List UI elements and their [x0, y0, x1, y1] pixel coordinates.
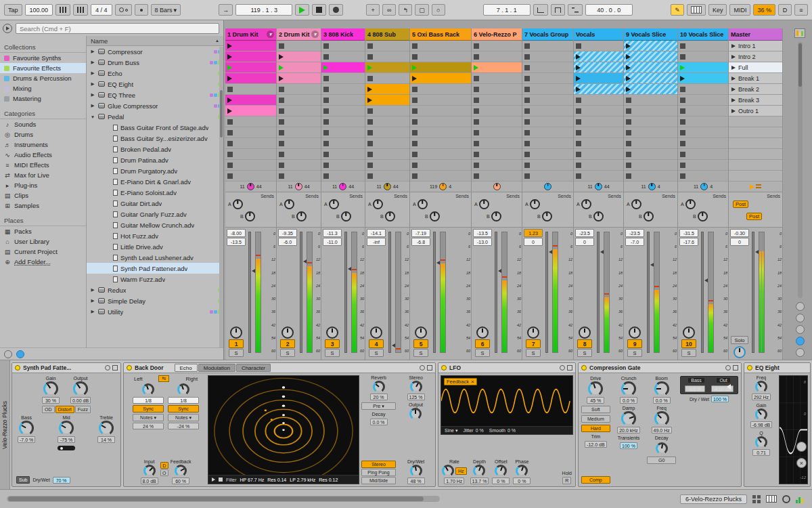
- track-menu-button[interactable]: ▾: [311, 30, 319, 38]
- clip-slot[interactable]: [624, 171, 677, 182]
- solo-button[interactable]: S: [475, 349, 490, 357]
- disclosure-arrow-icon[interactable]: ▶: [90, 309, 95, 314]
- volume-value[interactable]: 0: [524, 238, 543, 246]
- track-header[interactable]: 10 Vocals Slice ▾: [678, 28, 728, 41]
- clip-slot[interactable]: [624, 149, 677, 160]
- boom-knob[interactable]: [654, 381, 669, 396]
- threshold-handle[interactable]: [727, 384, 731, 389]
- clip-slot[interactable]: [321, 95, 365, 106]
- hot-swap-icon[interactable]: [105, 365, 110, 371]
- sidebar-item-category[interactable]: ♬ Instruments: [0, 140, 86, 150]
- knob-value[interactable]: 49.0 Hz: [652, 427, 672, 433]
- pan-knob[interactable]: [247, 183, 254, 190]
- decay-value[interactable]: 0.0 %: [370, 419, 388, 425]
- track-activator-button[interactable]: 2: [280, 339, 295, 348]
- draw-mode-button[interactable]: ✎: [671, 4, 684, 16]
- track-activator-button[interactable]: 10: [681, 339, 696, 348]
- scene-play-icon[interactable]: [731, 44, 736, 48]
- mode-midside-button[interactable]: Mid/Side: [361, 477, 396, 484]
- send-a-knob[interactable]: [329, 199, 339, 209]
- sync-button[interactable]: Sync: [168, 405, 199, 412]
- clip-slot[interactable]: [277, 171, 321, 182]
- damp-knob[interactable]: [621, 411, 636, 426]
- solo-button[interactable]: S: [627, 349, 642, 357]
- delay-time-knob[interactable]: [177, 383, 189, 396]
- master-volume-fader[interactable]: [752, 232, 754, 353]
- track-header[interactable]: 4 808 Sub ▾: [365, 28, 409, 41]
- browser-entry[interactable]: ▼ Pedal: [87, 111, 223, 122]
- clip-slot[interactable]: [472, 138, 522, 149]
- crunch-knob[interactable]: [621, 381, 636, 396]
- scene-slot[interactable]: Break 2: [729, 84, 782, 95]
- send-a-knob[interactable]: [284, 199, 294, 209]
- arrangement-position-display[interactable]: 119 . 1 . 3: [235, 4, 292, 16]
- mode-medium-button[interactable]: Medium: [581, 415, 610, 423]
- empty-scene-slot[interactable]: [729, 149, 782, 160]
- scene-play-icon[interactable]: [731, 66, 736, 70]
- clip-slot[interactable]: [410, 62, 471, 73]
- sidebar-item-category[interactable]: ≡ MIDI Effects: [0, 160, 86, 170]
- clip-slot[interactable]: [277, 138, 321, 149]
- device-header[interactable]: LFO: [438, 363, 575, 373]
- clip-slot[interactable]: [365, 138, 409, 149]
- delay-division-value[interactable]: 1/8: [133, 397, 164, 404]
- browser-entry[interactable]: ▶ Echo: [87, 68, 223, 79]
- offset-value[interactable]: 24 %: [133, 423, 164, 429]
- track-activator-button[interactable]: 9: [627, 339, 642, 348]
- remove-mapping-icon[interactable]: ×: [471, 379, 474, 385]
- send-b-knob[interactable]: [296, 211, 307, 221]
- browser-entry[interactable]: Guitar Dirt.adv: [87, 198, 223, 209]
- send-b-knob[interactable]: [491, 211, 501, 221]
- master-solo-button[interactable]: Solo: [731, 336, 748, 344]
- sidebar-item-category[interactable]: ◎ Drums: [0, 129, 86, 140]
- clip-slot[interactable]: [472, 95, 522, 106]
- send-a-knob[interactable]: [373, 199, 383, 209]
- sidebar-item-collection[interactable]: Drums & Percussion: [0, 73, 86, 83]
- knob-value[interactable]: -6.98 dB: [750, 421, 772, 428]
- eq-knob[interactable]: [755, 436, 767, 448]
- echo-filter-bar[interactable]: Filter HP 67.7 Hz Res 0.14 LP 2.79 kHz R…: [208, 475, 359, 484]
- clip-slot[interactable]: [624, 127, 677, 138]
- knob-value[interactable]: 0.0 %: [653, 397, 671, 404]
- clip-slot[interactable]: [410, 106, 471, 117]
- clip-slot[interactable]: [365, 62, 409, 73]
- close-button[interactable]: ×: [796, 458, 807, 468]
- clip-slot[interactable]: [365, 117, 409, 127]
- solo-button[interactable]: S: [229, 349, 244, 357]
- clip-slot[interactable]: [225, 160, 276, 171]
- clip-slot[interactable]: [678, 41, 728, 51]
- stop-button[interactable]: [312, 4, 326, 16]
- clip-slot[interactable]: [225, 62, 276, 73]
- clip-slot[interactable]: [574, 73, 623, 84]
- scene-play-icon[interactable]: [731, 77, 736, 81]
- clip-slot[interactable]: [277, 51, 321, 62]
- mode-button[interactable]: Fuzz: [75, 406, 91, 413]
- dry-wet-value[interactable]: 100 %: [711, 396, 729, 402]
- clip-slot[interactable]: [277, 160, 321, 171]
- macro-knob[interactable]: [59, 421, 74, 436]
- nudge-up-button[interactable]: [73, 4, 88, 16]
- clip-slot[interactable]: [365, 95, 409, 106]
- follow-button[interactable]: →: [219, 4, 233, 16]
- eq-knob[interactable]: [755, 381, 767, 393]
- clip-grid-icon[interactable]: [752, 495, 761, 503]
- clip-slot[interactable]: [678, 149, 728, 160]
- session-vertical-scrollbar[interactable]: [798, 42, 803, 298]
- cue-post-button-a[interactable]: Post: [733, 200, 748, 208]
- clip-slot[interactable]: [225, 51, 276, 62]
- solo-button[interactable]: S: [413, 349, 428, 357]
- clip-slot[interactable]: [321, 171, 365, 182]
- tap-tempo-button[interactable]: Tap: [4, 4, 22, 16]
- panel-toggle-button[interactable]: [796, 442, 807, 452]
- pan-knob[interactable]: [339, 183, 346, 190]
- mode-button[interactable]: Distort: [55, 406, 74, 413]
- browser-entry[interactable]: E-Piano Dirt & Gnarl.adv: [87, 176, 223, 187]
- pan-knob[interactable]: [544, 183, 551, 190]
- clip-slot[interactable]: [321, 106, 365, 117]
- master-volume-value[interactable]: 0: [730, 238, 749, 246]
- clip-slot[interactable]: [678, 127, 728, 138]
- lfo-knob[interactable]: [516, 465, 528, 477]
- macro-knob[interactable]: [19, 421, 34, 436]
- track-activator-button[interactable]: 4: [369, 339, 384, 348]
- re-enable-automation-button[interactable]: ○: [432, 4, 445, 16]
